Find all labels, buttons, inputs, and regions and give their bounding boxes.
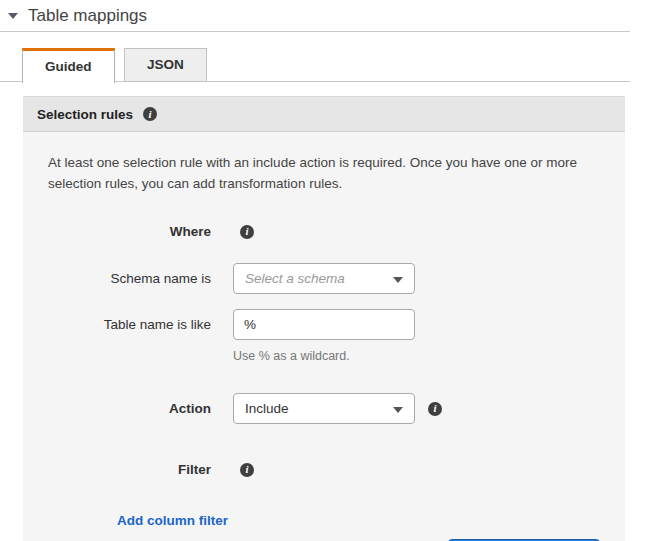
add-column-filter-row: Add column filter	[48, 513, 600, 528]
action-select-value: Include	[245, 401, 289, 416]
action-row: Action Include i	[48, 393, 600, 424]
chevron-down-icon	[393, 277, 403, 283]
tab-bar: Guided JSON	[0, 48, 630, 82]
selection-rules-panel: Selection rules i At least one selection…	[23, 96, 625, 541]
section-header: Table mappings	[0, 0, 663, 27]
tab-json[interactable]: JSON	[124, 48, 207, 82]
where-info-icon[interactable]: i	[240, 225, 254, 239]
selection-rules-title: Selection rules	[37, 107, 133, 122]
selection-rules-body: At least one selection rule with an incl…	[23, 132, 625, 541]
schema-label: Schema name is	[48, 271, 211, 286]
header-divider	[0, 31, 630, 32]
table-name-label: Table name is like	[48, 317, 211, 332]
where-label: Where	[48, 224, 211, 239]
selection-rules-header: Selection rules i	[23, 96, 625, 132]
schema-select[interactable]: Select a schema	[233, 263, 415, 294]
chevron-down-icon	[393, 407, 403, 413]
table-name-row: Table name is like	[48, 309, 600, 340]
selection-rules-description: At least one selection rule with an incl…	[48, 152, 600, 194]
wildcard-hint-row: Use % as a wildcard.	[48, 349, 600, 363]
collapse-caret-icon[interactable]	[8, 13, 18, 19]
where-row: Where i	[48, 224, 600, 239]
schema-select-placeholder: Select a schema	[245, 271, 345, 286]
action-info-icon[interactable]: i	[428, 402, 442, 416]
action-label: Action	[48, 401, 211, 416]
filter-info-icon[interactable]: i	[240, 463, 254, 477]
wildcard-hint: Use % as a wildcard.	[233, 349, 350, 363]
add-column-filter-link[interactable]: Add column filter	[117, 513, 228, 528]
selection-rules-info-icon[interactable]: i	[143, 107, 157, 121]
section-title[interactable]: Table mappings	[28, 6, 147, 26]
action-select[interactable]: Include	[233, 393, 415, 424]
table-mappings-section: Table mappings Guided JSON Selection rul…	[0, 0, 663, 541]
filter-label: Filter	[48, 462, 211, 477]
schema-row: Schema name is Select a schema	[48, 263, 600, 294]
filter-row: Filter i	[48, 462, 600, 477]
tab-guided[interactable]: Guided	[22, 48, 115, 83]
table-name-input[interactable]	[233, 309, 415, 340]
